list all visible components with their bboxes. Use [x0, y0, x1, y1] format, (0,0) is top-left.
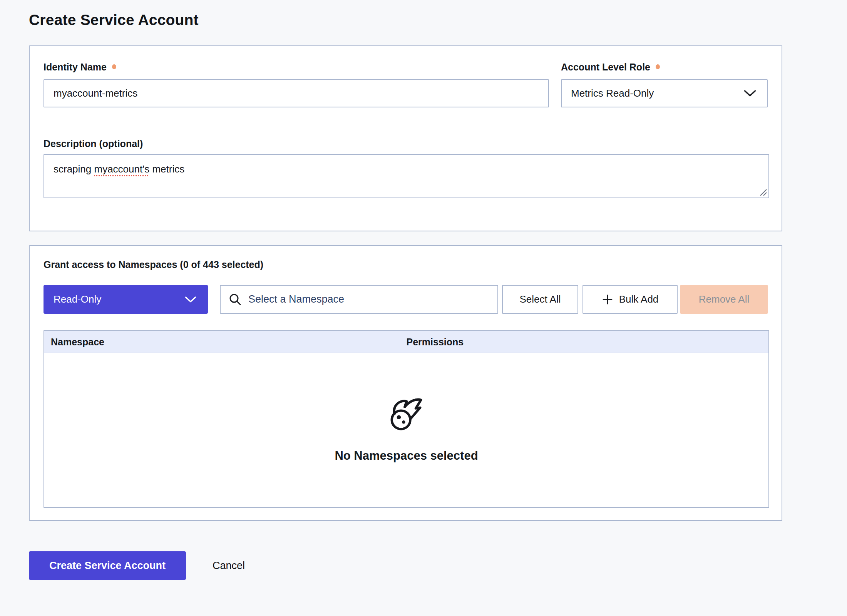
description-text-prefix: scraping [54, 163, 94, 175]
identity-name-field-group: Identity Name [44, 62, 549, 107]
identity-name-label: Identity Name [44, 62, 549, 73]
namespaces-section-title: Grant access to Namespaces (0 of 443 sel… [44, 259, 768, 270]
create-service-account-page: Create Service Account Identity Name Acc… [0, 0, 847, 580]
chevron-down-icon [744, 90, 756, 97]
description-field-group: Description (optional) scraping myaccoun… [44, 138, 768, 198]
namespace-search[interactable] [220, 285, 498, 314]
account-role-label: Account Level Role [561, 62, 768, 73]
permission-dropdown[interactable]: Read-Only [44, 285, 208, 314]
account-role-label-text: Account Level Role [561, 62, 650, 73]
select-all-label: Select All [520, 293, 561, 305]
description-text-suffix: metrics [149, 163, 184, 175]
chevron-down-icon [185, 296, 196, 303]
required-dot [656, 64, 660, 69]
bulk-add-label: Bulk Add [619, 293, 659, 305]
description-label: Description (optional) [44, 138, 768, 149]
bulk-add-button[interactable]: Bulk Add [583, 285, 678, 314]
search-icon [228, 293, 242, 306]
namespace-controls: Read-Only Select All Bulk Add [44, 285, 768, 314]
description-text-misspelled: myaccount's [94, 163, 150, 175]
identity-card: Identity Name Account Level Role Metrics… [29, 45, 782, 231]
plus-icon [602, 294, 613, 305]
cancel-button[interactable]: Cancel [213, 560, 245, 572]
namespaces-table-body: No Namespaces selected [44, 353, 768, 507]
description-label-text: Description (optional) [44, 138, 143, 149]
namespaces-table: Namespace Permissions No Namespaces sele… [44, 330, 769, 508]
identity-row: Identity Name Account Level Role Metrics… [44, 62, 768, 107]
identity-name-label-text: Identity Name [44, 62, 107, 73]
footer-actions: Create Service Account Cancel [29, 551, 847, 580]
select-all-button[interactable]: Select All [502, 285, 578, 314]
account-role-selected-value: Metrics Read-Only [571, 87, 654, 99]
remove-all-button[interactable]: Remove All [680, 285, 768, 314]
account-role-select[interactable]: Metrics Read-Only [561, 79, 768, 107]
remove-all-label: Remove All [699, 293, 750, 305]
comet-icon [389, 397, 424, 433]
create-service-account-button[interactable]: Create Service Account [29, 551, 186, 580]
namespace-search-input[interactable] [248, 293, 490, 305]
page-title: Create Service Account [29, 12, 847, 28]
empty-state-message: No Namespaces selected [335, 449, 478, 463]
required-dot [112, 64, 116, 69]
account-role-field-group: Account Level Role Metrics Read-Only [561, 62, 768, 107]
resize-handle-icon[interactable] [759, 188, 767, 196]
namespaces-card: Grant access to Namespaces (0 of 443 sel… [29, 245, 782, 521]
description-textarea[interactable]: scraping myaccount's metrics [44, 154, 769, 198]
identity-name-input[interactable] [44, 79, 549, 107]
column-header-permissions: Permissions [407, 336, 769, 348]
namespaces-table-header: Namespace Permissions [44, 331, 768, 353]
column-header-namespace: Namespace [44, 336, 407, 348]
permission-dropdown-value: Read-Only [54, 293, 101, 305]
